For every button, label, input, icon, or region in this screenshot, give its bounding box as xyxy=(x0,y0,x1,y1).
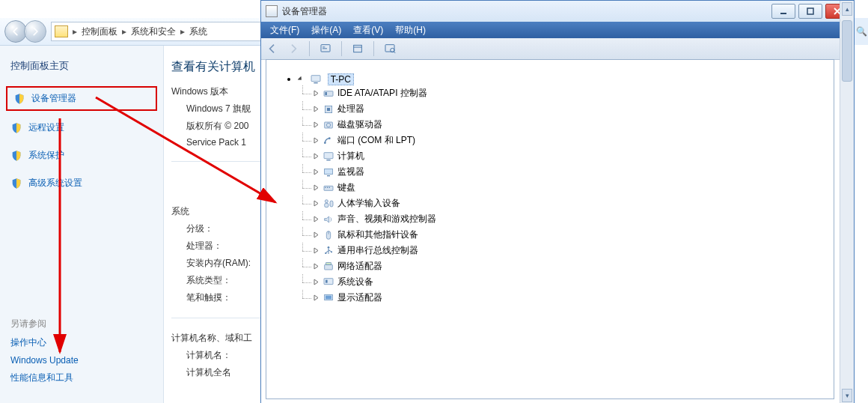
sidebar-item-remote[interactable]: 远程设置 xyxy=(10,121,153,134)
control-panel-sidebar: 控制面板主页 设备管理器 远程设置 系统保护 高级系统设置 xyxy=(0,46,164,403)
tb-scan-icon[interactable] xyxy=(319,42,332,55)
tree-root[interactable]: T-PC IDE ATA/ATAPI 控制器处理器磁盘驱动器端口 (COM 和 … xyxy=(298,72,832,307)
expand-icon[interactable] xyxy=(313,106,320,112)
tree-node-label: 网络适配器 xyxy=(337,261,382,271)
tb-help-icon[interactable] xyxy=(383,42,397,55)
menu-action[interactable]: 操作(A) xyxy=(307,22,346,38)
tree-node-label: 通用串行总线控制器 xyxy=(337,245,418,255)
tb-props-icon[interactable] xyxy=(351,42,364,55)
see-also-perf-info[interactable]: 性能信息和工具 xyxy=(10,372,153,384)
tree-node[interactable]: 监视器 xyxy=(313,164,832,180)
sidebar-item-device-manager[interactable]: 设备管理器 xyxy=(10,91,153,106)
sidebar-item-label: 高级系统设置 xyxy=(28,177,82,190)
minimize-button[interactable] xyxy=(771,4,795,19)
device-manager-menubar: 文件(F) 操作(A) 查看(V) 帮助(H) xyxy=(261,22,854,38)
shield-icon xyxy=(10,122,22,134)
expand-icon[interactable] xyxy=(313,263,320,270)
sidebar-item-label: 系统保护 xyxy=(28,149,64,162)
expand-icon[interactable] xyxy=(313,294,320,301)
svg-rect-23 xyxy=(325,187,326,187)
breadcrumb-root[interactable]: 控制面板 xyxy=(82,25,117,38)
tree-node-label: 键盘 xyxy=(337,182,355,193)
svg-rect-20 xyxy=(325,169,333,174)
tree-node[interactable]: 网络适配器 xyxy=(313,258,832,274)
scroll-thumb[interactable] xyxy=(842,20,852,82)
expand-icon[interactable] xyxy=(313,184,320,191)
tree-node[interactable]: 通用串行总线控制器 xyxy=(313,243,832,258)
svg-rect-21 xyxy=(327,175,330,176)
tree-node[interactable]: 端口 (COM 和 LPT) xyxy=(313,133,832,148)
hid-icon xyxy=(323,198,334,210)
svg-rect-11 xyxy=(325,92,327,95)
svg-point-17 xyxy=(328,137,331,139)
tree-node[interactable]: 声音、视频和游戏控制器 xyxy=(313,211,832,227)
tree-node[interactable]: 处理器 xyxy=(313,101,832,117)
expand-icon[interactable] xyxy=(313,90,320,97)
maximize-button[interactable] xyxy=(798,4,822,19)
svg-rect-3 xyxy=(323,46,325,47)
breadcrumb-sub1[interactable]: 系统和安全 xyxy=(131,25,176,38)
tree-node-label: 磁盘驱动器 xyxy=(337,119,382,130)
sidebar-title: 控制面板主页 xyxy=(10,59,153,73)
search-hint: 🔍 xyxy=(854,18,868,45)
nav-fwd-button[interactable] xyxy=(24,20,46,43)
tree-node-label: 计算机 xyxy=(337,151,364,161)
svg-point-33 xyxy=(331,251,332,252)
expand-icon[interactable] xyxy=(313,169,320,175)
tree-node[interactable]: 人体学输入设备 xyxy=(313,196,832,211)
tree-node-label: 人体学输入设备 xyxy=(337,198,400,208)
tb-fwd-icon[interactable] xyxy=(287,42,300,55)
sidebar-item-sysprotect[interactable]: 系统保护 xyxy=(10,149,153,162)
svg-rect-0 xyxy=(780,13,786,14)
tree-node[interactable]: 磁盘驱动器 xyxy=(313,117,832,133)
sidebar-item-advanced[interactable]: 高级系统设置 xyxy=(10,177,153,190)
expand-icon[interactable] xyxy=(313,279,320,285)
menu-file[interactable]: 文件(F) xyxy=(266,22,304,38)
tree-node-label: 声音、视频和游戏控制器 xyxy=(337,213,436,224)
vertical-scrollbar[interactable]: ▴ ▾ xyxy=(840,1,854,403)
system-icon xyxy=(323,276,334,288)
svg-rect-37 xyxy=(326,279,328,282)
expand-icon[interactable] xyxy=(313,137,320,144)
tree-node[interactable]: 鼠标和其他指针设备 xyxy=(313,227,832,243)
sidebar-item-label: 远程设置 xyxy=(28,121,64,134)
see-also-action-center[interactable]: 操作中心 xyxy=(10,336,153,349)
see-also-title: 另请参阅 xyxy=(10,318,153,330)
expand-icon[interactable] xyxy=(313,121,320,128)
tree-node-label: 系统设备 xyxy=(337,276,373,287)
tree-node[interactable]: IDE ATA/ATAPI 控制器 xyxy=(313,85,832,101)
svg-rect-27 xyxy=(325,203,328,207)
collapse-icon[interactable] xyxy=(298,76,305,83)
svg-rect-25 xyxy=(329,187,330,187)
usb-icon xyxy=(323,245,334,257)
breadcrumb-sub2[interactable]: 系统 xyxy=(189,25,207,38)
svg-rect-19 xyxy=(326,160,330,160)
svg-rect-34 xyxy=(325,264,333,270)
see-also-windows-update[interactable]: Windows Update xyxy=(10,355,153,366)
expand-icon[interactable] xyxy=(313,200,320,207)
disk-icon xyxy=(323,119,334,131)
shield-icon xyxy=(10,178,22,190)
tree-node[interactable]: 计算机 xyxy=(313,148,832,164)
tree-node[interactable]: 系统设备 xyxy=(313,274,832,290)
tree-node[interactable]: 键盘 xyxy=(313,180,832,196)
svg-rect-22 xyxy=(324,186,333,190)
svg-rect-32 xyxy=(325,252,326,254)
expand-icon[interactable] xyxy=(313,231,320,238)
scroll-up-icon[interactable]: ▴ xyxy=(842,2,852,16)
svg-rect-24 xyxy=(327,187,328,187)
expand-icon[interactable] xyxy=(313,247,320,254)
expand-icon[interactable] xyxy=(313,216,320,222)
expand-icon[interactable] xyxy=(313,153,320,160)
tb-back-icon[interactable] xyxy=(266,42,279,55)
device-manager-titlebar[interactable]: 设备管理器 xyxy=(261,1,854,22)
menu-help[interactable]: 帮助(H) xyxy=(391,22,430,38)
menu-view[interactable]: 查看(V) xyxy=(349,22,388,38)
tree-node[interactable]: 显示适配器 xyxy=(313,290,832,306)
svg-rect-18 xyxy=(324,152,333,158)
svg-point-26 xyxy=(325,199,328,202)
scroll-down-icon[interactable]: ▾ xyxy=(842,389,852,402)
device-manager-window: 设备管理器 文件(F) 操作(A) 查看(V) 帮助(H) xyxy=(260,0,855,403)
tree-node-label: 监视器 xyxy=(337,166,364,177)
device-tree-pane[interactable]: T-PC IDE ATA/ATAPI 控制器处理器磁盘驱动器端口 (COM 和 … xyxy=(266,59,834,399)
